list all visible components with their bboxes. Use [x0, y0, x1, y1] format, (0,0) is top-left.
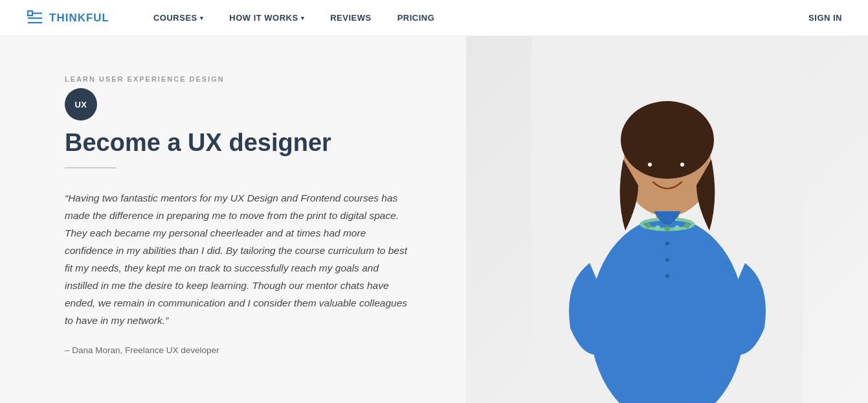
- nav-how-it-works[interactable]: HOW IT WORKS ▾: [216, 0, 317, 36]
- title-divider: [65, 167, 117, 168]
- svg-point-20: [665, 258, 669, 262]
- main-content: LEARN USER EXPERIENCE DESIGN UX Become a…: [0, 36, 868, 403]
- nav-courses[interactable]: COURSES ▾: [140, 0, 216, 36]
- svg-rect-0: [28, 11, 32, 16]
- hero-left: LEARN USER EXPERIENCE DESIGN UX Become a…: [0, 36, 466, 403]
- nav-links: COURSES ▾ HOW IT WORKS ▾ REVIEWS PRICING: [140, 0, 808, 36]
- person-image: [466, 36, 868, 403]
- svg-point-14: [645, 223, 651, 228]
- svg-point-19: [665, 242, 669, 246]
- hero-title: Become a UX designer: [65, 128, 414, 158]
- nav-reviews[interactable]: REVIEWS: [317, 0, 384, 36]
- testimonial-attribution: – Dana Moran, Freelance UX developer: [65, 345, 414, 355]
- svg-point-18: [684, 223, 689, 228]
- badge-title-row: UX: [65, 88, 414, 121]
- signin-link[interactable]: SIGN IN: [808, 13, 842, 23]
- logo-link[interactable]: THINKFUL: [26, 9, 109, 27]
- chevron-down-icon: ▾: [200, 15, 204, 21]
- nav-pricing[interactable]: PRICING: [384, 0, 448, 36]
- svg-point-12: [680, 163, 684, 167]
- testimonial-quote: “Having two fantastic mentors for my UX …: [65, 189, 414, 330]
- navbar: THINKFUL COURSES ▾ HOW IT WORKS ▾ REVIEW…: [0, 0, 868, 36]
- logo-text: THINKFUL: [49, 12, 109, 25]
- logo-icon: [26, 9, 44, 27]
- svg-point-21: [665, 274, 669, 278]
- chevron-down-icon: ▾: [301, 15, 305, 21]
- ux-badge: UX: [65, 88, 97, 121]
- hero-photo: [466, 36, 868, 403]
- person-illustration: [531, 36, 803, 403]
- svg-point-16: [665, 226, 670, 231]
- hero-subtitle: LEARN USER EXPERIENCE DESIGN: [65, 75, 414, 83]
- svg-point-15: [655, 225, 660, 231]
- svg-point-17: [674, 225, 680, 231]
- svg-point-11: [648, 163, 652, 167]
